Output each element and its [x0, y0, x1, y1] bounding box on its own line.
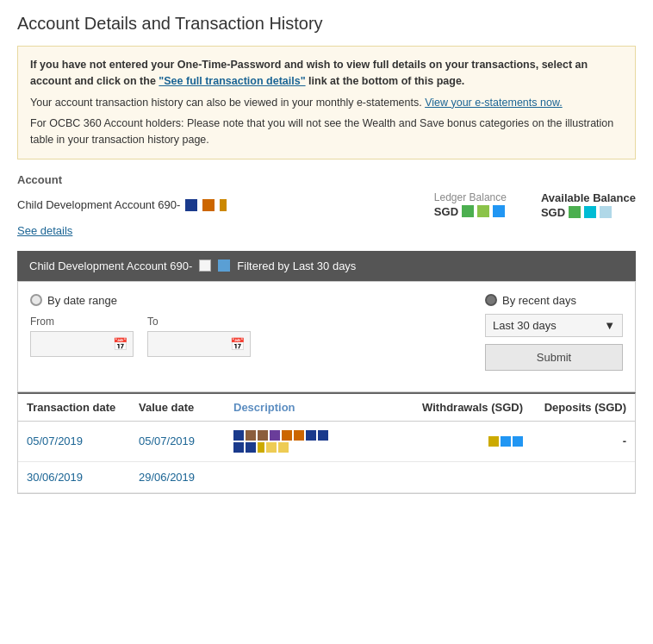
date-inputs: From 📅 To 📅 — [30, 316, 251, 357]
account-name: Child Development Account 690- — [17, 198, 180, 211]
balance-area: Ledger Balance SGD Available Balance SGD — [434, 191, 636, 219]
date-range-radio-group[interactable]: By date range — [30, 294, 251, 307]
desc-block — [258, 442, 264, 453]
desc-block — [266, 442, 277, 453]
withdraw-blocks-1 — [394, 436, 523, 447]
deposit-1: - — [523, 435, 626, 447]
filter-bar: Child Development Account 690- Filtered … — [17, 251, 636, 281]
desc-block — [233, 430, 244, 441]
desc-row2 — [233, 442, 394, 453]
available-balance-value: SGD — [541, 206, 612, 219]
ledger-block-2 — [477, 205, 489, 217]
to-field: To 📅 — [147, 316, 251, 357]
col-desc-header: Description — [233, 401, 394, 414]
to-date-input[interactable] — [153, 338, 222, 350]
recent-days-area: By recent days Last 30 days ▼ Submit — [485, 294, 623, 371]
date-range-label: By date range — [47, 294, 117, 307]
notice-box: If you have not entered your One-Time-Pa… — [17, 46, 636, 159]
recent-days-label: By recent days — [502, 294, 576, 307]
available-balance-label: Available Balance — [541, 191, 636, 204]
days-dropdown[interactable]: Last 30 days ▼ — [485, 314, 623, 337]
desc-block — [278, 442, 289, 453]
val-date-2: 29/06/2019 — [139, 471, 233, 484]
desc-block — [270, 430, 280, 441]
ledger-balance-label: Ledger Balance — [434, 191, 507, 203]
account-row: Child Development Account 690- Ledger Ba… — [17, 191, 636, 219]
col-val-date-header: Value date — [139, 401, 233, 414]
account-color-block-1 — [185, 199, 197, 211]
withdraw-block — [513, 436, 523, 447]
desc-block — [246, 442, 256, 453]
notice-line2: Your account transaction history can als… — [30, 95, 623, 111]
account-color-block-3 — [220, 199, 227, 211]
date-range-radio[interactable] — [30, 294, 42, 306]
dropdown-value: Last 30 days — [493, 319, 557, 332]
account-section-label: Account — [17, 173, 636, 186]
withdraw-block — [488, 436, 499, 447]
avail-block-2 — [584, 206, 596, 218]
dropdown-arrow-icon: ▼ — [604, 319, 615, 332]
from-field: From 📅 — [30, 316, 134, 357]
filter-bar-account: Child Development Account 690- — [29, 259, 192, 272]
transaction-table: Transaction date Value date Description … — [17, 392, 636, 494]
desc-block — [233, 442, 244, 453]
desc-block — [318, 430, 328, 441]
desc-block — [282, 430, 292, 441]
to-calendar-icon[interactable]: 📅 — [230, 337, 245, 351]
avail-block-1 — [569, 206, 581, 218]
desc-blocks-1 — [233, 430, 394, 441]
to-input[interactable]: 📅 — [147, 331, 251, 357]
from-label: From — [30, 316, 134, 328]
see-full-transaction-link[interactable]: "See full transaction details" — [159, 75, 305, 87]
available-balance-col: Available Balance SGD — [541, 191, 636, 219]
filter-row: By date range From 📅 To 📅 — [30, 294, 623, 371]
col-withdraw-header: Withdrawals (SGD) — [394, 401, 523, 414]
filter-bar-block-2 — [218, 259, 230, 272]
table-header: Transaction date Value date Description … — [18, 394, 635, 422]
account-color-block-2 — [202, 199, 215, 211]
recent-days-radio[interactable] — [485, 294, 497, 306]
txn-date-2: 30/06/2019 — [27, 471, 139, 484]
ledger-block-1 — [462, 205, 474, 217]
table-row: 30/06/2019 29/06/2019 — [18, 462, 635, 493]
desc-1 — [233, 430, 394, 453]
filter-bar-block-1 — [199, 259, 211, 272]
ledger-balance-col: Ledger Balance SGD — [434, 191, 507, 218]
recent-days-radio-group: By recent days — [485, 294, 576, 307]
ledger-block-3 — [493, 205, 505, 217]
col-deposit-header: Deposits (SGD) — [523, 401, 626, 414]
notice-line3: For OCBC 360 Account holders: Please not… — [30, 116, 623, 148]
see-details-link[interactable]: See details — [17, 224, 72, 237]
from-input[interactable]: 📅 — [30, 331, 134, 357]
to-label: To — [147, 316, 251, 328]
from-date-input[interactable] — [36, 338, 105, 350]
view-estatements-link[interactable]: View your e-statements now. — [425, 97, 563, 109]
avail-block-3 — [600, 206, 612, 218]
filter-bar-label: Filtered by Last 30 days — [237, 259, 356, 272]
notice-line1: If you have not entered your One-Time-Pa… — [30, 57, 623, 90]
withdraw-1 — [394, 436, 523, 447]
desc-block — [258, 430, 268, 441]
col-txn-date-header: Transaction date — [27, 401, 139, 414]
txn-date-1: 05/07/2019 — [27, 435, 139, 447]
table-row: 05/07/2019 05/07/2019 — [18, 422, 635, 462]
page-title: Account Details and Transaction History — [17, 14, 636, 34]
val-date-1: 05/07/2019 — [139, 435, 233, 447]
withdraw-block — [501, 436, 511, 447]
submit-button[interactable]: Submit — [485, 344, 623, 371]
ledger-balance-value: SGD — [434, 205, 505, 218]
filter-section: By date range From 📅 To 📅 — [17, 281, 636, 392]
desc-block — [246, 430, 256, 441]
desc-block — [306, 430, 316, 441]
date-range-area: By date range From 📅 To 📅 — [30, 294, 251, 357]
from-calendar-icon[interactable]: 📅 — [113, 337, 127, 351]
account-name-area: Child Development Account 690- — [17, 198, 227, 211]
desc-block — [294, 430, 304, 441]
